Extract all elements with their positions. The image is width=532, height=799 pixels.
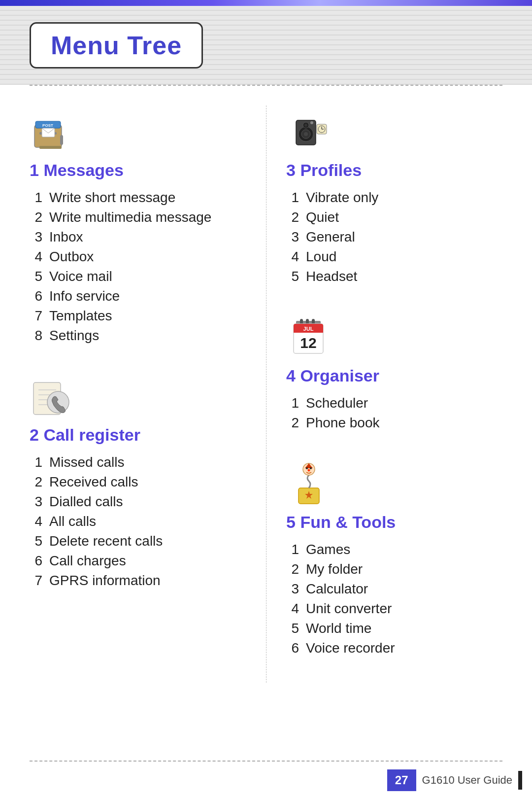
svg-point-21 (310, 121, 313, 124)
item-number: 3 (30, 229, 42, 245)
item-number: 1 (30, 454, 42, 470)
item-label: Received calls (49, 474, 138, 490)
item-label: Loud (306, 249, 336, 265)
call-register-section: 2 Call register 1Missed calls2Received c… (30, 370, 246, 591)
footer-page-number: 27 (387, 769, 416, 791)
svg-point-39 (306, 467, 308, 469)
profiles-section: 3 Profiles 1Vibrate only2Quiet3General4L… (286, 105, 502, 286)
item-label: Write short message (49, 190, 175, 206)
list-item: 2Quiet (286, 208, 502, 227)
item-label: Write multimedia message (49, 209, 211, 225)
fun-tools-icon (286, 457, 502, 507)
messages-icon: POST (30, 105, 246, 155)
item-number: 7 (30, 308, 42, 324)
svg-point-18 (304, 132, 308, 136)
item-number: 6 (30, 553, 42, 569)
organiser-list: 1Scheduler2Phone book (286, 393, 502, 433)
fun-tools-section: 5 Fun & Tools 1Games2My folder3Calculato… (286, 457, 502, 658)
call-register-list: 1Missed calls2Received calls3Dialled cal… (30, 452, 246, 591)
item-label: World time (306, 621, 371, 636)
list-item: 6Voice recorder (286, 638, 502, 658)
list-item: 2Phone book (286, 413, 502, 433)
organiser-section: JUL 12 4 Organiser 1Scheduler2Phone book (286, 311, 502, 433)
item-number: 4 (286, 249, 299, 265)
item-label: Calculator (306, 581, 368, 597)
svg-text:POST: POST (42, 123, 53, 128)
list-item: 2Received calls (30, 472, 246, 492)
profiles-heading: 3 Profiles (286, 161, 502, 180)
item-label: Dialled calls (49, 494, 123, 510)
list-item: 1Scheduler (286, 393, 502, 413)
list-item: 2My folder (286, 559, 502, 579)
list-item: 1Games (286, 540, 502, 559)
svg-text:12: 12 (300, 335, 316, 351)
item-number: 2 (286, 209, 299, 225)
item-number: 7 (30, 573, 42, 589)
messages-section: POST 1 Messages 1Write short message2Wri… (30, 105, 246, 346)
list-item: 7GPRS information (30, 571, 246, 591)
item-label: Outbox (49, 249, 94, 265)
list-item: 4Outbox (30, 247, 246, 267)
call-register-heading: 2 Call register (30, 425, 246, 445)
fun-tools-heading: 5 Fun & Tools (286, 513, 502, 532)
item-label: Settings (49, 328, 99, 344)
list-item: 2Write multimedia message (30, 208, 246, 227)
item-number: 1 (286, 190, 299, 206)
list-item: 3Dialled calls (30, 492, 246, 512)
list-item: 8Settings (30, 326, 246, 346)
profiles-icon (286, 105, 502, 155)
item-number: 2 (286, 415, 299, 431)
list-item: 5Delete recent calls (30, 531, 246, 551)
item-label: Unit converter (306, 601, 392, 617)
item-number: 2 (30, 474, 42, 490)
list-item: 7Templates (30, 306, 246, 326)
item-label: Templates (49, 308, 112, 324)
item-number: 2 (286, 561, 299, 577)
right-column: 3 Profiles 1Vibrate only2Quiet3General4L… (266, 105, 502, 683)
list-item: 5Voice mail (30, 267, 246, 286)
item-label: Call charges (49, 553, 126, 569)
item-label: My folder (306, 561, 363, 577)
item-number: 6 (286, 640, 299, 656)
list-item: 3Inbox (30, 227, 246, 247)
item-label: GPRS information (49, 573, 161, 589)
fun-tools-list: 1Games2My folder3Calculator4Unit convert… (286, 540, 502, 658)
item-number: 6 (30, 288, 42, 304)
organiser-heading: 4 Organiser (286, 366, 502, 385)
svg-point-40 (310, 467, 312, 469)
list-item: 6Call charges (30, 551, 246, 571)
list-item: 4All calls (30, 512, 246, 531)
item-label: Inbox (49, 229, 83, 245)
item-number: 3 (30, 494, 42, 510)
item-number: 5 (30, 533, 42, 549)
item-label: Voice recorder (306, 640, 395, 656)
list-item: 4Unit converter (286, 599, 502, 619)
item-label: Voice mail (49, 269, 112, 284)
list-item: 3Calculator (286, 579, 502, 599)
list-item: 5World time (286, 619, 502, 638)
svg-point-41 (308, 469, 310, 472)
item-label: All calls (49, 514, 96, 529)
list-item: 6Info service (30, 286, 246, 306)
item-label: Delete recent calls (49, 533, 163, 549)
item-label: Missed calls (49, 454, 124, 470)
page-title: Menu Tree (51, 31, 182, 60)
profiles-list: 1Vibrate only2Quiet3General4Loud5Headset (286, 188, 502, 286)
item-label: Games (306, 542, 350, 557)
item-label: Info service (49, 288, 120, 304)
messages-list: 1Write short message2Write multimedia me… (30, 188, 246, 346)
list-item: 1Missed calls (30, 452, 246, 472)
item-number: 1 (286, 542, 299, 557)
item-label: Vibrate only (306, 190, 378, 206)
item-number: 4 (30, 514, 42, 529)
item-label: General (306, 229, 355, 245)
item-number: 8 (30, 328, 42, 344)
item-label: Scheduler (306, 395, 368, 411)
list-item: 4Loud (286, 247, 502, 267)
messages-heading: 1 Messages (30, 161, 246, 180)
svg-text:JUL: JUL (303, 326, 314, 332)
call-register-icon (30, 370, 246, 419)
item-number: 2 (30, 209, 42, 225)
item-label: Headset (306, 269, 357, 284)
svg-point-20 (304, 124, 307, 127)
